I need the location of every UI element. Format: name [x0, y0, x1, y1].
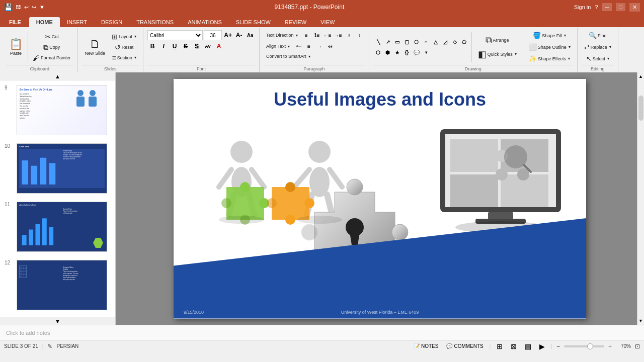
shape-triangle[interactable]: △ — [431, 37, 441, 47]
layout-button[interactable]: ⊞ Layout ▾ — [109, 32, 139, 42]
comments-icon: 💬 — [446, 343, 452, 349]
tab-view[interactable]: VIEW — [313, 17, 342, 27]
cut-button[interactable]: ✂ Cut — [30, 32, 73, 42]
tab-design[interactable]: DESIGN — [94, 17, 129, 27]
underline-btn[interactable]: U — [170, 41, 180, 51]
line-spacing-btn[interactable]: ↕ — [355, 30, 365, 40]
scroll-up-btn[interactable]: ▲ — [0, 72, 115, 80]
tab-transitions[interactable]: TRANSITIONS — [129, 17, 181, 27]
quick-styles-button[interactable]: ◧ Quick Styles ▾ — [475, 48, 520, 61]
align-left-btn[interactable]: ⬸ — [293, 41, 303, 51]
clear-formatting-btn[interactable]: Aa — [245, 30, 255, 40]
zoom-slider[interactable] — [564, 345, 604, 347]
arrange-button[interactable]: ⧉ Arrange — [482, 34, 512, 47]
notes-area[interactable]: Click to add notes — [0, 325, 644, 340]
copy-button[interactable]: ⧉ Copy — [30, 42, 73, 52]
language[interactable]: PERSIAN — [56, 343, 78, 349]
convert-smartart-btn[interactable]: Convert to SmartArt ▾ — [264, 52, 313, 60]
normal-view-btn[interactable]: ⊞ — [495, 342, 505, 351]
scroll-thumb-v[interactable] — [638, 96, 643, 121]
justify-btn[interactable]: ⇔ — [325, 41, 335, 51]
scroll-down-btn[interactable]: ▼ — [0, 317, 115, 325]
shape-outline-btn[interactable]: ⬜ Shape Outline ▾ — [526, 42, 573, 52]
shape-line[interactable]: ╲ — [373, 37, 383, 47]
svg-rect-4 — [22, 160, 28, 185]
indent-more-btn[interactable]: →≡ — [333, 30, 343, 40]
section-button[interactable]: ≡ Section ▾ — [109, 53, 139, 63]
tab-animations[interactable]: ANIMATIONS — [181, 17, 229, 27]
indent-less-btn[interactable]: ←≡ — [323, 30, 333, 40]
new-slide-button[interactable]: 🗋 New Slide — [82, 37, 109, 58]
font-size-input[interactable] — [204, 30, 222, 40]
close-btn[interactable]: ✕ — [629, 3, 640, 12]
fit-to-window-btn[interactable]: ⊡ — [635, 343, 640, 350]
tab-slideshow[interactable]: SLIDE SHOW — [229, 17, 278, 27]
find-btn[interactable]: 🔍 Find — [582, 30, 614, 41]
shape-rtriangle[interactable]: ◿ — [440, 37, 450, 47]
slide-sorter-btn[interactable]: ⊠ — [509, 342, 519, 351]
tab-review[interactable]: REVIEW — [278, 17, 313, 27]
align-text-label: Align Text — [266, 44, 286, 49]
numbering-btn[interactable]: 1≡ — [312, 30, 322, 40]
help-btn[interactable]: ? — [595, 4, 598, 10]
zoom-out-btn[interactable]: − — [556, 343, 560, 350]
font-size-increase-btn[interactable]: A+ — [223, 30, 233, 40]
canvas-vscroll[interactable]: ▲ ▼ — [637, 72, 644, 325]
bullets-btn[interactable]: ≡ — [301, 30, 311, 40]
slide-thumb-9[interactable]: 9 Be Sure to Visit Us On-Line Our websit… — [2, 82, 113, 138]
replace-btn[interactable]: ⇄ Replace ▾ — [582, 42, 614, 52]
bold-btn[interactable]: B — [147, 41, 157, 51]
select-btn[interactable]: ↖ Select ▾ — [582, 53, 614, 64]
notes-btn[interactable]: 📝 NOTES — [412, 343, 440, 349]
scroll-up-arrow[interactable]: ▲ — [637, 72, 644, 80]
char-spacing-btn[interactable]: AV — [203, 41, 213, 51]
reset-button[interactable]: ↺ Reset — [109, 42, 139, 52]
signin-link[interactable]: Sign in — [574, 4, 591, 10]
shape-effects-btn[interactable]: ✨ Shape Effects ▾ — [526, 53, 573, 64]
italic-btn[interactable]: I — [158, 41, 169, 51]
shape-diamond[interactable]: ◇ — [450, 37, 460, 47]
align-center-btn[interactable]: ≡ — [304, 41, 314, 51]
shape-roundrect[interactable]: ▢ — [402, 37, 412, 47]
shape-star[interactable]: ★ — [392, 47, 403, 57]
comments-btn[interactable]: 💬 COMMENTS — [444, 343, 485, 349]
slide-thumb-10[interactable]: 10 Chart Title Sample PageThis is the de… — [2, 141, 113, 196]
shape-oval[interactable]: ○ — [421, 37, 431, 47]
slide-thumb-12[interactable]: 12 ABC 123 456 789 Designer SlidesSubtit… — [2, 257, 113, 313]
tab-file[interactable]: FILE — [2, 17, 28, 27]
maximize-btn[interactable]: □ — [616, 3, 625, 11]
slide-thumb-11[interactable]: 11 global global global Sample Page — [2, 199, 113, 254]
minimize-btn[interactable]: ─ — [602, 3, 612, 11]
paste-button[interactable]: 📋 Paste — [6, 37, 26, 58]
shape-sept[interactable]: ⬢ — [383, 47, 393, 57]
align-right-btn[interactable]: → — [314, 41, 325, 51]
shape-pent[interactable]: ⬠ — [459, 37, 469, 47]
font-color-btn[interactable]: A — [214, 41, 224, 51]
tab-home[interactable]: HOME — [29, 17, 60, 27]
font-size-decrease-btn[interactable]: A- — [234, 30, 244, 40]
font-family-select[interactable]: Calibri — [147, 30, 203, 40]
strikethrough-btn[interactable]: S — [181, 41, 191, 51]
select-label: Select — [593, 56, 605, 61]
shape-fill-btn[interactable]: 🪣 Shape Fill ▾ — [526, 30, 573, 41]
align-text-btn[interactable]: Align Text ▾ — [264, 42, 292, 50]
slideshow-btn[interactable]: ▶ — [537, 342, 547, 351]
zoom-level[interactable]: 70% — [616, 343, 631, 349]
shape-snip-rect[interactable]: ⬡ — [412, 37, 422, 47]
scroll-down-arrow[interactable]: ▼ — [637, 317, 644, 325]
format-painter-button[interactable]: 🖌 Format Painter — [30, 53, 73, 63]
shadow-btn[interactable]: S — [192, 41, 202, 51]
shape-callout[interactable]: 💬 — [412, 47, 422, 57]
reading-view-btn[interactable]: ▤ — [523, 342, 533, 351]
text-direction-btn[interactable]: Text Direction ▾ — [264, 31, 300, 39]
zoom-in-btn[interactable]: + — [608, 343, 612, 350]
shape-arrow[interactable]: ↗ — [383, 37, 393, 47]
tab-insert[interactable]: INSERT — [60, 17, 94, 27]
canvas-area[interactable]: Useful Images and Icons 9/15/2010 Univer… — [116, 72, 644, 325]
zoom-handle[interactable] — [587, 343, 593, 349]
shape-brace[interactable]: {} — [402, 47, 412, 57]
col-btn[interactable]: ⫶ — [344, 30, 354, 40]
shape-rect[interactable]: ▭ — [392, 37, 403, 47]
shape-more[interactable]: ▾ — [421, 47, 431, 57]
shape-hex[interactable]: ⬡ — [373, 47, 383, 57]
